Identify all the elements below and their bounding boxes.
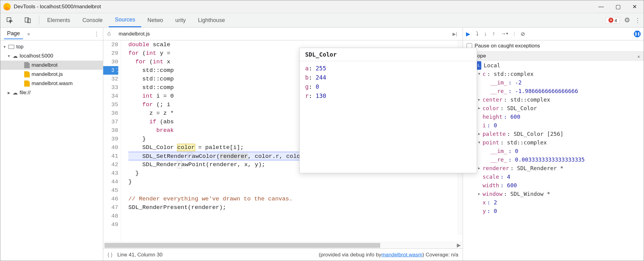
scope-row[interactable]: __re_: 0.0033333333333333335: [466, 155, 644, 164]
scope-row[interactable]: height: 600: [466, 113, 644, 121]
scope-row[interactable]: ▼LLocal: [466, 61, 644, 70]
step-icon[interactable]: →•: [501, 31, 508, 37]
scope-row[interactable]: width: 600: [466, 181, 644, 190]
error-badge[interactable]: ✕ 4: [606, 17, 620, 24]
more-icon[interactable]: ⋮: [94, 31, 99, 37]
scope-row[interactable]: __im_: -2: [466, 78, 644, 87]
disclosure-icon[interactable]: ▶: [477, 104, 481, 113]
tab-urity[interactable]: urity: [169, 13, 192, 27]
line-number[interactable]: 48: [103, 212, 118, 220]
code-line[interactable]: [128, 212, 463, 220]
scope-row[interactable]: __im_: 0: [466, 147, 644, 155]
editor-tab[interactable]: mandelbrot.js: [116, 30, 153, 38]
scope-row[interactable]: y: 0: [466, 207, 644, 215]
line-number[interactable]: 46: [103, 195, 118, 203]
code-line[interactable]: [128, 220, 463, 229]
scope-row[interactable]: ▶renderer: SDL_Renderer *: [466, 164, 644, 173]
horizontal-scrollbar[interactable]: ▶: [103, 242, 463, 248]
disclosure-icon[interactable]: ▶: [477, 95, 481, 104]
scope-row[interactable]: ▶palette: SDL_Color [256]: [466, 130, 644, 138]
line-number[interactable]: 41: [103, 152, 118, 160]
tab-elements[interactable]: Elements: [41, 13, 76, 27]
run-snippet-icon[interactable]: ▶|: [453, 32, 460, 36]
line-number[interactable]: 49: [103, 220, 118, 229]
kebab-icon[interactable]: ⋮: [635, 17, 641, 24]
tree-item[interactable]: mandelbrot.js: [0, 70, 103, 79]
line-number[interactable]: 30: [103, 58, 118, 66]
tab-sources[interactable]: Sources: [109, 13, 141, 27]
disclosure-icon[interactable]: ▶: [477, 164, 481, 173]
line-number[interactable]: 43: [103, 169, 118, 177]
code-line[interactable]: // Render everything we've drawn to the …: [128, 195, 463, 203]
scope-row[interactable]: __re_: -1.9866666666666666: [466, 87, 644, 95]
scope-tree[interactable]: ▼LLocal▼c: std::complex__im_: -2__re_: -…: [463, 61, 644, 218]
disclosure-icon[interactable]: ▼: [477, 70, 481, 78]
nav-back-icon[interactable]: ⎙: [106, 31, 112, 37]
tree-item[interactable]: ▼☁localhost:5000: [0, 51, 103, 61]
line-number[interactable]: 37: [103, 117, 118, 126]
resume-icon[interactable]: ▶: [466, 31, 470, 37]
disclosure-icon[interactable]: ▶: [7, 91, 11, 95]
close-icon[interactable]: ✕: [632, 3, 637, 10]
pause-caught-row[interactable]: Pause on caught exceptions: [463, 40, 644, 51]
step-over-icon[interactable]: ⤵: [476, 31, 479, 37]
tab-console[interactable]: Console: [76, 13, 109, 27]
disclosure-icon[interactable]: ▶: [477, 190, 481, 198]
step-into-icon[interactable]: ↓: [484, 31, 487, 37]
scope-row[interactable]: x: 2: [466, 198, 644, 207]
maximize-icon[interactable]: ▢: [616, 3, 621, 10]
editor: ⎙ mandelbrot.js ▶| 282930313233343536373…: [103, 28, 463, 261]
line-number[interactable]: 28: [103, 40, 118, 49]
line-number[interactable]: 44: [103, 177, 118, 186]
tree-item[interactable]: ▶☁file://: [0, 88, 103, 97]
disclosure-icon[interactable]: ▼: [477, 138, 481, 147]
minimize-icon[interactable]: —: [598, 3, 604, 10]
code-line[interactable]: [128, 186, 463, 195]
line-number[interactable]: 42: [103, 160, 118, 169]
scope-row[interactable]: ▶color: SDL_Color: [466, 104, 644, 113]
line-number[interactable]: 36: [103, 109, 118, 117]
line-number[interactable]: 39: [103, 135, 118, 143]
deactivate-bp-icon[interactable]: ⊘: [521, 31, 525, 37]
code-line[interactable]: }: [128, 177, 463, 186]
wasm-link[interactable]: mandelbrot.wasm: [381, 252, 422, 258]
step-out-icon[interactable]: ↑: [492, 31, 495, 37]
scope-row[interactable]: scale: 4: [466, 173, 644, 181]
tree-item[interactable]: ▼top: [0, 42, 103, 51]
disclosure-icon[interactable]: ▶: [477, 130, 481, 138]
chevron-icon[interactable]: »: [27, 31, 30, 37]
tree-item[interactable]: mandelbrot: [0, 61, 103, 70]
line-number[interactable]: 32: [103, 75, 118, 83]
braces-icon[interactable]: { }: [108, 252, 112, 258]
scope-row[interactable]: ▶center: std::complex: [466, 95, 644, 104]
scope-row[interactable]: i: 0: [466, 121, 644, 130]
scope-row[interactable]: ▶window: SDL_Window *: [466, 190, 644, 198]
line-number[interactable]: 40: [103, 143, 118, 152]
line-number[interactable]: 29: [103, 49, 118, 58]
file-icon: [24, 62, 30, 68]
pause-exceptions-icon[interactable]: ❚❚: [634, 31, 641, 37]
line-number[interactable]: 33: [103, 83, 118, 92]
line-number[interactable]: 45: [103, 186, 118, 195]
device-icon[interactable]: [19, 13, 37, 27]
line-number[interactable]: 47: [103, 203, 118, 212]
line-number[interactable]: 38: [103, 126, 118, 135]
scope-row[interactable]: ▼point: std::complex: [466, 138, 644, 147]
line-number[interactable]: 31: [103, 66, 118, 75]
tab-netwo[interactable]: Netwo: [141, 13, 169, 27]
disclosure-icon[interactable]: ▼: [7, 54, 11, 58]
line-number[interactable]: 35: [103, 100, 118, 109]
code-line[interactable]: SDL_RenderPresent(renderer);: [128, 203, 463, 212]
scope-val: Local: [484, 61, 500, 70]
scope-row[interactable]: ▼c: std::complex: [466, 70, 644, 78]
gutter[interactable]: 2829303132333435363738394041424344454647…: [103, 40, 121, 242]
line-number[interactable]: 34: [103, 92, 118, 100]
tab-lighthouse[interactable]: Lighthouse: [192, 13, 231, 27]
tree-item[interactable]: mandelbrot.wasm: [0, 79, 103, 88]
scope-header[interactable]: ▼ Scope ▲: [463, 51, 644, 61]
coverage-label: ) Coverage: n/a: [422, 252, 458, 258]
disclosure-icon[interactable]: ▼: [3, 45, 6, 49]
page-tab[interactable]: Page: [4, 28, 23, 39]
inspect-icon[interactable]: [0, 13, 19, 27]
settings-icon[interactable]: ⚙: [624, 16, 630, 24]
